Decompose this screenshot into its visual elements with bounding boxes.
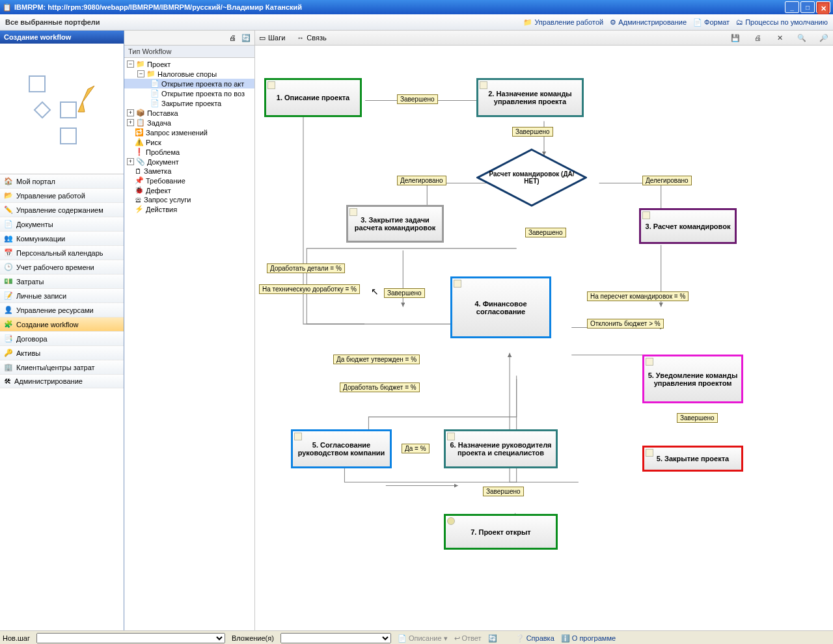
- svg-marker-1: [34, 102, 50, 118]
- nav-documents[interactable]: 📄Документы: [0, 217, 124, 232]
- node-1[interactable]: 1. Описание проекта: [264, 78, 362, 117]
- nav-time-tracking[interactable]: 🕒Учет рабочего времени: [0, 260, 124, 275]
- tree-service-request[interactable]: 🛎 Запрос услуги: [124, 195, 254, 204]
- nav-administration[interactable]: 🛠Администрирование: [0, 375, 124, 388]
- window-title: IBMRPM: http://rpm:9080/webapp/IBMRPM/IB…: [14, 3, 784, 11]
- link-button[interactable]: ↔Связь: [297, 34, 326, 42]
- nav-work-management[interactable]: 📂Управление работой: [0, 189, 124, 203]
- nav-assets[interactable]: 🔑Активы: [0, 346, 124, 360]
- wf-icon: 📄: [150, 89, 159, 98]
- tree-tax-item-1[interactable]: 📄 Открытие проекта по воз: [124, 88, 254, 98]
- clock-icon: 🕒: [4, 263, 13, 271]
- resources-icon: 👤: [4, 306, 13, 314]
- print-icon[interactable]: 🖨: [229, 34, 236, 42]
- node-5b[interactable]: 5. Уведомление команды управления проект…: [642, 355, 743, 403]
- canvas-pane: ▭Шаги ↔Связь 💾 🖨 ✕ 🔍 🔎 ✕: [255, 31, 833, 630]
- document-icon: 📄: [693, 18, 702, 27]
- nav-costs[interactable]: 💵Затраты: [0, 275, 124, 289]
- menu-administration[interactable]: ⚙Администрирование: [610, 18, 687, 27]
- wf-icon: 📄: [150, 79, 159, 88]
- tree-document[interactable]: + 📎 Документ: [124, 157, 254, 167]
- nav-my-portal[interactable]: 🏠Мой портал: [0, 174, 124, 189]
- tree-note[interactable]: 🗒 Заметка: [124, 167, 254, 176]
- nav-content-management[interactable]: ✏️Управление содержанием: [0, 203, 124, 217]
- zoom-in-icon[interactable]: 🔍: [797, 33, 807, 43]
- tree-tax-item-2[interactable]: 📄 Закрытие проекта: [124, 98, 254, 108]
- workflow-canvas[interactable]: 1. Описание проекта 2. Назначение команд…: [255, 46, 833, 630]
- node-6[interactable]: 6. Назначение руководителя проекта и спе…: [444, 429, 558, 468]
- close-panel-button[interactable]: ✕: [817, 3, 829, 14]
- tree-task[interactable]: + 📋 Задача: [124, 118, 254, 127]
- pin-icon: [646, 358, 653, 366]
- reply-button[interactable]: ↩Ответ: [454, 634, 482, 643]
- steps-button[interactable]: ▭Шаги: [259, 34, 285, 42]
- svg-marker-4: [78, 86, 94, 112]
- attachments-select[interactable]: [280, 633, 391, 643]
- canvas-toolbar: ▭Шаги ↔Связь 💾 🖨 ✕ 🔍 🔎 ✕: [255, 31, 833, 46]
- label-da: Да = %: [402, 444, 430, 453]
- label-reject-budget: Отклонить бюджет > %: [587, 319, 664, 329]
- svg-rect-3: [61, 128, 76, 144]
- nav-personal-notes[interactable]: 📝Личные записи: [0, 289, 124, 303]
- tree-pane: 🖨 🔄 Тип Workflow − 📁 Проект − 📁 Налоговы…: [124, 31, 255, 630]
- node-decision[interactable]: Расчет командировок (ДА/НЕТ): [476, 148, 587, 207]
- new-step-select[interactable]: [36, 633, 225, 643]
- tree-problem[interactable]: ❗ Проблема: [124, 147, 254, 157]
- about-button[interactable]: ℹ️О программе: [561, 634, 616, 643]
- refresh-icon[interactable]: 🔄: [488, 634, 497, 643]
- menu-work-management[interactable]: 📁Управление работой: [523, 18, 603, 27]
- delete-icon[interactable]: ✕: [774, 33, 785, 43]
- label-recalc-trips: На пересчет командировок = %: [587, 291, 689, 301]
- portal-icon: 🏠: [4, 177, 13, 185]
- label-delegated-1: Делегировано: [397, 176, 446, 185]
- svg-rect-0: [29, 76, 45, 92]
- node-4[interactable]: 4. Финансовое согласование: [450, 276, 551, 338]
- node-5a[interactable]: 5. Согласование руководством компании: [291, 429, 392, 468]
- tree-tax[interactable]: − 📁 Налоговые споры: [124, 69, 254, 79]
- maximize-button[interactable]: □: [800, 1, 815, 13]
- tree-project[interactable]: − 📁 Проект: [124, 59, 254, 69]
- tree-actions[interactable]: ⚡ Действия: [124, 204, 254, 214]
- tree-requirement[interactable]: 📌 Требование: [124, 176, 254, 185]
- nav-resource-management[interactable]: 👤Управление ресурсами: [0, 303, 124, 317]
- minimize-button[interactable]: _: [785, 1, 799, 13]
- app-icon: 📋: [3, 3, 12, 12]
- zoom-out-icon[interactable]: 🔎: [819, 33, 829, 43]
- tree-defect[interactable]: 🐞 Дефект: [124, 185, 254, 195]
- service-icon: 🛎: [135, 196, 142, 204]
- workflow-type-tree[interactable]: − 📁 Проект − 📁 Налоговые споры 📄 Открыти…: [124, 58, 254, 630]
- pin-icon: [294, 433, 302, 440]
- folder-icon: 📁: [136, 60, 145, 68]
- label-done-2: Завершено: [512, 127, 553, 137]
- label-done-3: Завершено: [525, 228, 566, 237]
- print-icon[interactable]: 🖨: [752, 33, 763, 43]
- save-icon[interactable]: 💾: [730, 33, 741, 43]
- pin-icon: [267, 81, 275, 89]
- menu-format[interactable]: 📄Формат: [693, 18, 730, 27]
- node-7[interactable]: 7. Проект открыт: [444, 514, 558, 550]
- tree-change-request[interactable]: 🔁 Запрос изменений: [124, 127, 254, 137]
- client-icon: 🏢: [4, 363, 13, 371]
- node-3b[interactable]: 3. Расчет командировок: [639, 208, 737, 244]
- nav-clients-cost-centers[interactable]: 🏢Клиенты/центры затрат: [0, 360, 124, 375]
- tree-delivery[interactable]: + 📦 Поставка: [124, 108, 254, 118]
- status-bar: Нов.шаг Вложение(я) 📄Описание ▾ ↩Ответ 🔄…: [0, 630, 833, 644]
- node-3a[interactable]: 3. Закрытие задачи расчета командировок: [346, 205, 444, 243]
- help-button[interactable]: ❔Справка: [515, 634, 554, 643]
- description-button[interactable]: 📄Описание ▾: [398, 634, 448, 643]
- contract-icon: 📑: [4, 334, 13, 343]
- menu-default-processes[interactable]: 🗂Процессы по умолчанию: [736, 18, 828, 26]
- node-2[interactable]: 2. Назначение команды управления проекта: [476, 78, 584, 117]
- nav-communications[interactable]: 👥Коммуникации: [0, 232, 124, 246]
- refresh-icon[interactable]: 🔄: [241, 34, 251, 42]
- node-5c[interactable]: 5. Закрытие проекта: [642, 446, 743, 472]
- portfolio-label[interactable]: Все выбранные портфели: [5, 18, 523, 26]
- nav-contracts[interactable]: 📑Договора: [0, 332, 124, 346]
- tree-tax-item-0[interactable]: 📄 Открытие проекта по акт: [124, 79, 254, 88]
- nav-workflow-creation[interactable]: 🧩Создание workflow: [0, 317, 124, 332]
- tree-risk[interactable]: ⚠️ Риск: [124, 137, 254, 147]
- nav-personal-calendar[interactable]: 📅Персональный календарь: [0, 246, 124, 260]
- change-icon: 🔁: [135, 128, 144, 137]
- pin-icon: [447, 517, 455, 525]
- folder-icon: 📂: [4, 191, 13, 200]
